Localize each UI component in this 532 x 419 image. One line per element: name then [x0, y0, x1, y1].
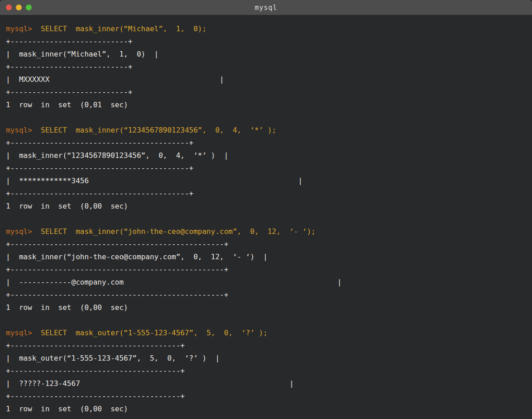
table-header-row: | mask_inner(“john-the-ceo@company.com”,… — [6, 251, 527, 263]
table-border-line: +---------------------------------------… — [6, 162, 527, 175]
query-line: mysql> SELECT mask_inner(“john-the-ceo@c… — [6, 225, 527, 238]
mysql-prompt: mysql> — [6, 126, 32, 134]
sql-command-text: SELECT mask_outer(“1-555-123-4567”, 5, 0… — [41, 329, 268, 337]
sql-command-text: SELECT mask_inner(“john-the-ceo@company.… — [41, 227, 316, 236]
table-header-row: | mask_outer(“1-555-123-4567”, 5, 0, ‘?’… — [6, 352, 527, 365]
query-line: mysql> SELECT mask_inner(“Michael”, 1, 0… — [6, 23, 527, 35]
result-status: 1 row in set (0,00 sec) — [6, 403, 527, 415]
mysql-prompt: mysql> — [6, 329, 32, 337]
table-border-line: +---------------------------+ — [6, 86, 527, 99]
table-value-row: | ?????-123-4567 | — [6, 377, 527, 390]
command-block-2: mysql> SELECT mask_inner(“12345678901234… — [6, 124, 527, 213]
sql-command — [32, 24, 41, 33]
table-value-row: | MXXXXXX | — [6, 73, 527, 86]
table-header-row: | mask_inner(“Michael”, 1, 0) | — [6, 48, 527, 61]
table-border-line: +---------------------------------------… — [6, 289, 527, 301]
table-border-line: +---------------------------------------… — [6, 238, 527, 251]
table-header-row: | mask_inner(“1234567890123456”, 0, 4, ‘… — [6, 149, 527, 162]
result-status: 1 row in set (0,00 sec) — [6, 200, 527, 213]
command-block-4: mysql> SELECT mask_outer(“1-555-123-4567… — [6, 327, 527, 415]
query-line: mysql> SELECT mask_inner(“12345678901234… — [6, 124, 527, 137]
result-status: 1 row in set (0,01 sec) — [6, 99, 527, 111]
command-block-3: mysql> SELECT mask_inner(“john-the-ceo@c… — [6, 225, 527, 314]
result-status: 1 row in set (0,00 sec) — [6, 301, 527, 314]
table-border-line: +---------------------------------------… — [6, 137, 527, 149]
table-border-line: +---------------------------------------… — [6, 390, 527, 403]
table-border-line: +---------------------------+ — [6, 35, 527, 48]
window-titlebar: mysql — [0, 0, 532, 15]
table-border-line: +---------------------------------------… — [6, 339, 527, 352]
table-value-row: | ------------@company.com | — [6, 276, 527, 289]
mysql-prompt: mysql> — [6, 227, 32, 236]
sql-command — [32, 227, 41, 236]
table-border-line: +---------------------------+ — [6, 61, 527, 73]
sql-command — [32, 126, 41, 134]
query-line: mysql> SELECT mask_outer(“1-555-123-4567… — [6, 327, 527, 339]
mysql-prompt: mysql> — [6, 24, 32, 33]
sql-command — [32, 329, 41, 337]
table-border-line: +---------------------------------------… — [6, 263, 527, 276]
terminal-window: mysql mysql> SELECT mask_inner(“Michael”… — [0, 0, 532, 419]
command-block-1: mysql> SELECT mask_inner(“Michael”, 1, 0… — [6, 23, 527, 111]
window-title: mysql — [0, 4, 532, 12]
sql-command-text: SELECT mask_inner(“1234567890123456”, 0,… — [41, 126, 276, 134]
table-border-line: +---------------------------------------… — [6, 187, 527, 200]
table-value-row: | ************3456 | — [6, 175, 527, 187]
table-border-line: +---------------------------------------… — [6, 365, 527, 377]
terminal-content[interactable]: mysql> SELECT mask_inner(“Michael”, 1, 0… — [0, 15, 532, 419]
sql-command-text: SELECT mask_inner(“Michael”, 1, 0); — [41, 24, 206, 33]
